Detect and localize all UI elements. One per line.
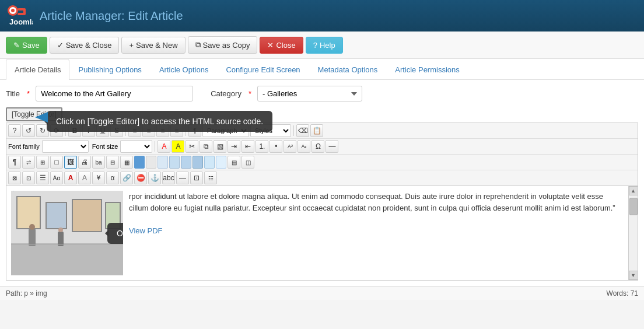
tb-paste-btn[interactable]: 📋 bbox=[310, 124, 323, 137]
tb-print-btn[interactable]: 🖨 bbox=[78, 156, 91, 169]
view-pdf-link[interactable]: View PDF bbox=[129, 226, 163, 235]
title-row: Title * Category * - Galleries bbox=[6, 86, 638, 102]
tb-r1[interactable]: ⊠ bbox=[8, 172, 21, 184]
tb-media-btn[interactable]: ba bbox=[92, 156, 105, 169]
save-new-label: Save & New bbox=[136, 41, 178, 50]
tab-article-permissions[interactable]: Article Permissions bbox=[386, 59, 468, 80]
tb-r6[interactable]: A bbox=[78, 172, 91, 184]
tb-r3[interactable]: ☰ bbox=[36, 172, 49, 184]
toggle-editor-area: [Toggle Editor] Click on [Toggle Editor]… bbox=[6, 107, 638, 121]
jce-editor-tooltip: Or click on this button within the JCE E… bbox=[107, 223, 123, 244]
tb-sub-btn[interactable]: A₂ bbox=[298, 140, 310, 153]
close-label: Close bbox=[276, 41, 295, 50]
tb-highlight-btn[interactable]: A bbox=[172, 140, 184, 153]
tb-ol-btn[interactable]: 1. bbox=[256, 140, 268, 153]
tb-c5[interactable] bbox=[181, 156, 191, 169]
tb-help-btn[interactable]: ? bbox=[8, 124, 21, 137]
tb-para-btn[interactable]: ¶ bbox=[8, 156, 21, 169]
tb-source-btn[interactable]: ◫ bbox=[242, 156, 254, 169]
main-content: Title * Category * - Galleries [Toggle E… bbox=[0, 80, 644, 286]
tb-r10[interactable]: ⊡ bbox=[190, 172, 203, 184]
tb-link-btn[interactable]: 🔗 bbox=[120, 172, 133, 184]
tab-article-details[interactable]: Article Details bbox=[6, 59, 69, 80]
tooltip-html-text: Click on [Toggle Editor] to access the H… bbox=[56, 117, 263, 126]
svg-point-2 bbox=[11, 9, 15, 12]
save-new-button[interactable]: + Save & New bbox=[121, 37, 185, 54]
tb-c2[interactable] bbox=[146, 156, 156, 169]
save-icon: ✎ bbox=[13, 41, 20, 50]
tb-c8[interactable] bbox=[216, 156, 226, 169]
tb-spchar-btn[interactable]: Ω bbox=[312, 140, 324, 153]
tb-c3[interactable] bbox=[158, 156, 168, 169]
editor-content-area: Or click on this button within the JCE E… bbox=[6, 186, 638, 281]
font-family-select[interactable] bbox=[42, 140, 89, 153]
title-required: * bbox=[27, 89, 30, 98]
tab-configure-edit-screen[interactable]: Configure Edit Screen bbox=[217, 59, 309, 80]
svg-rect-10 bbox=[11, 243, 123, 275]
tb-spell-btn[interactable]: abc bbox=[162, 172, 175, 184]
tb-block-btn[interactable]: ▤ bbox=[228, 156, 240, 169]
scroll-up-btn[interactable]: ▲ bbox=[629, 186, 638, 195]
top-bar: Joomla! Article Manager: Edit Article bbox=[0, 0, 644, 32]
tab-publishing-options[interactable]: Publishing Options bbox=[69, 59, 150, 80]
tb-hr-btn[interactable]: — bbox=[326, 140, 338, 153]
tb-copy-btn[interactable]: ⧉ bbox=[200, 140, 212, 153]
checkmark-icon: ✓ bbox=[57, 41, 64, 50]
tb-r5[interactable]: A bbox=[64, 172, 77, 184]
title-input[interactable] bbox=[36, 86, 193, 102]
tb-r4[interactable]: Aα bbox=[50, 172, 63, 184]
tb-r9[interactable]: — bbox=[176, 172, 189, 184]
category-label: Category bbox=[211, 89, 242, 98]
footer-word-count: Words: 71 bbox=[607, 289, 638, 298]
save-close-button[interactable]: ✓ Save & Close bbox=[50, 37, 120, 54]
path-bar: Path: p » img Words: 71 bbox=[0, 286, 644, 300]
editor-toolbar-row-4: ⊠ ⊡ ☰ Aα A A ¥ α 🔗 ⛔ ⚓ abc — ⊡ ☷ bbox=[6, 170, 638, 186]
tb-layer-btn[interactable]: □ bbox=[50, 156, 63, 169]
editor-toolbar-row-2: Font family Font size A A ✂ ⧉ ▧ ⇥ ⇤ 1. •… bbox=[6, 139, 638, 155]
tb-template-btn[interactable]: ⊟ bbox=[106, 156, 119, 169]
svg-rect-12 bbox=[17, 197, 40, 229]
tb-super-btn[interactable]: A² bbox=[284, 140, 296, 153]
svg-text:Joomla!: Joomla! bbox=[9, 18, 33, 26]
editor-text-content[interactable]: rpor incididunt ut labore et dolore magn… bbox=[129, 191, 624, 275]
tb-c6[interactable] bbox=[192, 156, 203, 169]
tb-anchor-btn[interactable]: ⚓ bbox=[148, 172, 161, 184]
font-size-select[interactable] bbox=[120, 140, 152, 153]
category-select[interactable]: - Galleries bbox=[257, 86, 362, 102]
scroll-down-btn[interactable]: ▼ bbox=[629, 271, 638, 280]
scroll-thumb[interactable] bbox=[629, 198, 638, 215]
tb-eraser-btn[interactable]: ⌫ bbox=[296, 124, 309, 137]
tb-table-btn[interactable]: ⊞ bbox=[36, 156, 49, 169]
tb-preview-btn[interactable]: ▦ bbox=[120, 156, 133, 169]
help-button[interactable]: ? Help bbox=[306, 37, 343, 54]
tb-undo-btn[interactable]: ↺ bbox=[22, 124, 35, 137]
tb-r8[interactable]: α bbox=[106, 172, 119, 184]
svg-rect-14 bbox=[72, 200, 102, 232]
gallery-image: Or click on this button within the JCE E… bbox=[11, 191, 123, 275]
tb-unlink-btn[interactable]: ⛔ bbox=[134, 172, 147, 184]
tb-outdent-btn[interactable]: ⇤ bbox=[242, 140, 254, 153]
tb-cut-btn[interactable]: ✂ bbox=[186, 140, 198, 153]
tb-c4[interactable] bbox=[169, 156, 180, 169]
tab-article-options[interactable]: Article Options bbox=[150, 59, 218, 80]
font-family-label: Font family bbox=[8, 143, 40, 150]
tb-r7[interactable]: ¥ bbox=[92, 172, 105, 184]
tb-r11[interactable]: ☷ bbox=[204, 172, 217, 184]
tb-font-color-btn[interactable]: A bbox=[158, 140, 170, 153]
tb-bg-color-btn[interactable]: ▧ bbox=[214, 140, 226, 153]
close-button[interactable]: ✕ Close bbox=[260, 37, 303, 54]
tb-r2[interactable]: ⊡ bbox=[22, 172, 35, 184]
svg-rect-18 bbox=[58, 232, 64, 246]
tb-indent-btn[interactable]: ⇥ bbox=[228, 140, 240, 153]
tb-c1[interactable] bbox=[134, 156, 145, 169]
tab-metadata-options[interactable]: Metadata Options bbox=[309, 59, 387, 80]
editor-toolbar: ? ↺ ↻ ⟳ B I U S ≡ ≡ ≡ ≡ ¶ Paragraph Styl… bbox=[6, 123, 638, 186]
save-label: Save bbox=[22, 41, 40, 50]
tb-ul-btn[interactable]: • bbox=[270, 140, 282, 153]
scroll-track[interactable] bbox=[629, 195, 638, 271]
save-button[interactable]: ✎ Save bbox=[6, 37, 47, 54]
tb-rtl-btn[interactable]: ⇌ bbox=[22, 156, 35, 169]
save-copy-button[interactable]: ⧉ Save as Copy bbox=[188, 36, 258, 54]
tb-img-btn[interactable]: 🖼 bbox=[64, 156, 77, 169]
tb-c7[interactable] bbox=[204, 156, 215, 169]
